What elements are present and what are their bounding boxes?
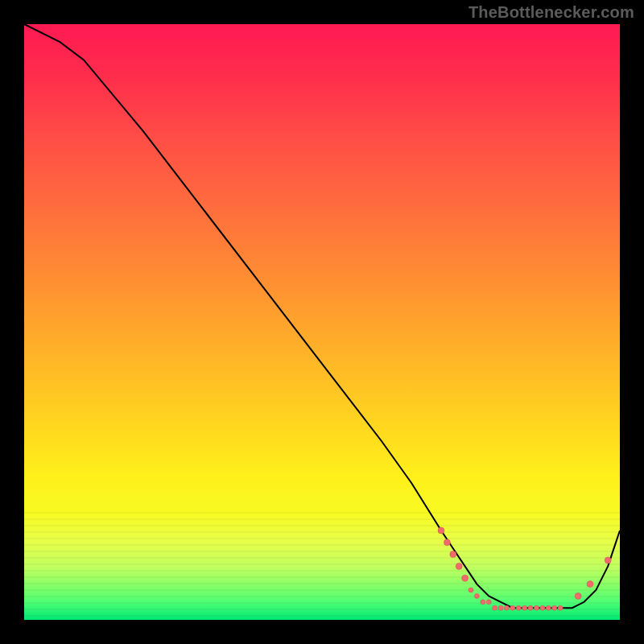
- chart-marker: [516, 605, 521, 610]
- chart-marker: [462, 575, 469, 581]
- chart-marker: [486, 600, 491, 605]
- chart-marker: [504, 605, 509, 610]
- chart-frame: TheBottlenecker.com: [0, 0, 644, 644]
- chart-marker: [534, 605, 539, 610]
- chart-marker: [469, 588, 473, 592]
- chart-plot-area: [24, 24, 620, 620]
- chart-marker: [481, 600, 485, 605]
- chart-marker: [540, 605, 545, 610]
- chart-marker: [605, 557, 611, 564]
- watermark-label: TheBottlenecker.com: [469, 3, 634, 22]
- chart-marker: [510, 605, 515, 610]
- chart-marker: [438, 527, 444, 534]
- chart-marker: [498, 605, 503, 610]
- chart-marker: [444, 539, 450, 546]
- bottleneck-curve: [24, 24, 620, 608]
- chart-marker: [552, 605, 557, 610]
- chart-marker: [558, 605, 563, 610]
- chart-svg: [24, 24, 620, 620]
- chart-marker: [546, 605, 551, 610]
- chart-marker: [456, 563, 462, 569]
- chart-marker: [493, 605, 497, 610]
- chart-marker: [575, 592, 581, 599]
- chart-marker: [587, 581, 593, 588]
- chart-marker: [450, 551, 456, 558]
- chart-markers: [438, 527, 611, 610]
- chart-marker: [528, 605, 533, 610]
- chart-marker: [522, 605, 527, 610]
- chart-marker: [474, 593, 479, 598]
